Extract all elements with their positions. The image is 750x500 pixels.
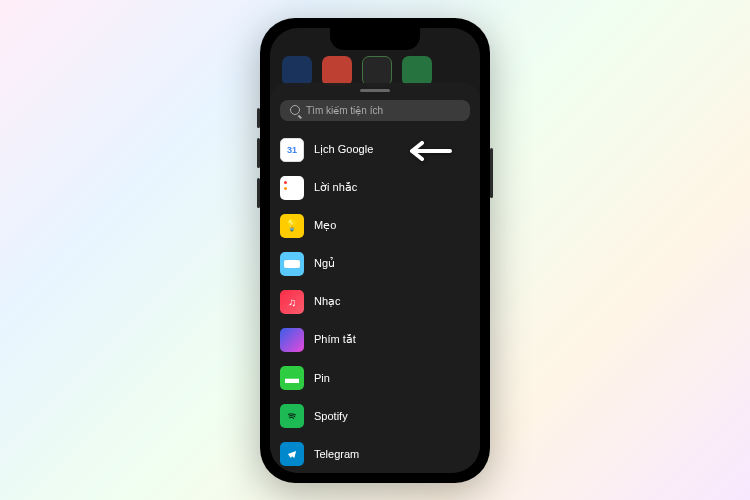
spotify-icon	[280, 404, 304, 428]
widget-item-battery[interactable]: ▬ Pin	[280, 359, 470, 397]
notch	[330, 28, 420, 50]
shortcuts-icon	[280, 328, 304, 352]
widget-label: Mẹo	[314, 219, 336, 232]
sleep-icon	[280, 252, 304, 276]
home-screen-apps	[282, 56, 432, 86]
widget-label: Lịch Google	[314, 143, 373, 156]
battery-icon: ▬	[280, 366, 304, 390]
reminders-icon	[280, 176, 304, 200]
bg-app-icon	[282, 56, 312, 86]
power-button	[490, 148, 493, 198]
widget-list: 31 Lịch Google Lời nhắc 💡 Mẹo Ngủ ♫	[270, 131, 480, 473]
widget-item-reminders[interactable]: Lời nhắc	[280, 169, 470, 207]
widget-item-tips[interactable]: 💡 Mẹo	[280, 207, 470, 245]
telegram-icon	[280, 442, 304, 466]
search-placeholder: Tìm kiếm tiện ích	[306, 105, 383, 116]
widget-label: Spotify	[314, 410, 348, 422]
widget-label: Telegram	[314, 448, 359, 460]
volume-up	[257, 138, 260, 168]
music-icon: ♫	[280, 290, 304, 314]
bg-app-icon	[362, 56, 392, 86]
widget-label: Pin	[314, 372, 330, 384]
widget-item-telegram[interactable]: Telegram	[280, 435, 470, 473]
widget-label: Ngủ	[314, 257, 335, 270]
sheet-grabber[interactable]	[360, 89, 390, 92]
widget-item-shortcuts[interactable]: Phím tắt	[280, 321, 470, 359]
volume-down	[257, 178, 260, 208]
widget-item-music[interactable]: ♫ Nhạc	[280, 283, 470, 321]
bg-app-icon	[322, 56, 352, 86]
pointer-arrow	[410, 139, 460, 167]
phone-frame: Tìm kiếm tiện ích 31 Lịch Google Lời nhắ…	[260, 18, 490, 483]
widget-item-spotify[interactable]: Spotify	[280, 397, 470, 435]
widget-label: Phím tắt	[314, 333, 356, 346]
widget-item-sleep[interactable]: Ngủ	[280, 245, 470, 283]
widget-label: Nhạc	[314, 295, 341, 308]
mute-switch	[257, 108, 260, 128]
bg-app-icon	[402, 56, 432, 86]
search-input[interactable]: Tìm kiếm tiện ích	[280, 100, 470, 121]
calendar-icon: 31	[280, 138, 304, 162]
tips-icon: 💡	[280, 214, 304, 238]
screen: Tìm kiếm tiện ích 31 Lịch Google Lời nhắ…	[270, 28, 480, 473]
widget-label: Lời nhắc	[314, 181, 357, 194]
search-icon	[290, 105, 300, 115]
